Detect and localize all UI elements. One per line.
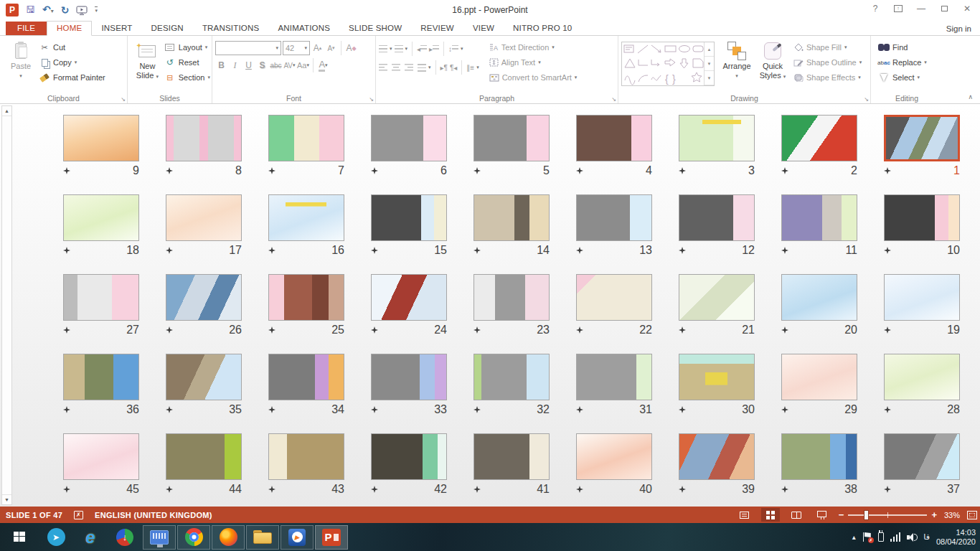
new-slide-button[interactable]: New Slide ▾ [131, 38, 164, 93]
slide-thumbnail[interactable] [268, 115, 344, 161]
tab-slide-show[interactable]: SLIDE SHOW [339, 22, 411, 35]
transition-star-icon[interactable] [576, 247, 583, 254]
spell-check-icon[interactable]: ✗ [74, 511, 83, 519]
clipboard-dialog-launcher-icon[interactable]: ↘ [121, 96, 126, 103]
transition-star-icon[interactable] [166, 167, 173, 174]
slide-thumbnail[interactable] [268, 194, 344, 241]
font-name-combobox[interactable]: ▾ [215, 41, 281, 55]
font-dialog-launcher-icon[interactable]: ↘ [369, 96, 374, 103]
increase-indent-icon[interactable]: ▸ [429, 45, 439, 53]
transition-star-icon[interactable] [576, 326, 583, 334]
transition-star-icon[interactable] [371, 167, 378, 174]
scroll-up-icon[interactable]: ▲ [2, 106, 11, 116]
transition-star-icon[interactable] [679, 247, 686, 254]
slide-thumbnail[interactable] [268, 433, 344, 480]
clear-formatting-button[interactable]: A◆ [345, 42, 357, 55]
tab-view[interactable]: VIEW [463, 22, 504, 35]
taskbar-telegram[interactable]: ➤ [39, 525, 72, 550]
transition-star-icon[interactable] [371, 247, 378, 254]
shapes-gallery[interactable]: { } ▲ ▼ ▼ [621, 42, 715, 86]
tab-nitro-pro[interactable]: NITRO PRO 10 [504, 22, 581, 35]
transition-star-icon[interactable] [268, 167, 275, 174]
align-center-icon[interactable] [392, 63, 402, 72]
slide-thumbnail[interactable] [371, 354, 447, 400]
transition-star-icon[interactable] [371, 486, 378, 493]
clock[interactable]: 14:03 08/04/2020 [936, 528, 976, 547]
justify-icon[interactable] [418, 64, 426, 72]
transition-star-icon[interactable] [63, 406, 70, 413]
transition-star-icon[interactable] [884, 486, 891, 493]
slide-thumbnail[interactable] [781, 115, 857, 161]
arrange-button[interactable]: Arrange▾ [719, 38, 755, 93]
volume-icon[interactable] [907, 533, 917, 542]
slide-thumbnail[interactable] [63, 354, 139, 400]
transition-star-icon[interactable] [166, 486, 173, 493]
transition-star-icon[interactable] [268, 326, 275, 334]
transition-star-icon[interactable] [576, 406, 583, 413]
shape-effects-button[interactable]: Shape Effects▾ [793, 71, 862, 84]
slide-thumbnail[interactable] [884, 115, 960, 161]
slide-thumbnail[interactable] [679, 354, 755, 400]
taskbar-chrome[interactable] [177, 525, 210, 550]
zoom-out-icon[interactable]: − [839, 509, 844, 520]
transition-star-icon[interactable] [679, 486, 686, 493]
columns-icon[interactable]: ∥≡ [466, 64, 474, 72]
strikethrough-button[interactable]: abc [270, 59, 282, 72]
slide-thumbnail[interactable] [473, 274, 550, 321]
convert-to-smartart-button[interactable]: Convert to SmartArt▾ [489, 71, 578, 84]
increase-font-size-button[interactable]: A▴ [311, 42, 324, 55]
transition-star-icon[interactable] [473, 167, 481, 174]
vertical-scrollbar[interactable]: ▲ ▼ [1, 105, 12, 505]
slide-thumbnail[interactable] [473, 433, 550, 480]
font-color-button[interactable]: A▾ [317, 59, 329, 72]
transition-star-icon[interactable] [884, 326, 891, 334]
transition-star-icon[interactable] [781, 486, 788, 493]
language-indicator[interactable]: ENGLISH (UNITED KINGDOM) [95, 511, 212, 519]
transition-star-icon[interactable] [884, 247, 891, 254]
slide-thumbnail[interactable] [166, 115, 242, 161]
tab-home[interactable]: HOME [47, 21, 92, 36]
transition-star-icon[interactable] [576, 486, 583, 493]
reading-view-button[interactable] [787, 508, 806, 522]
paragraph-dialog-launcher-icon[interactable]: ↘ [611, 96, 616, 103]
slide-thumbnail[interactable] [268, 354, 344, 400]
format-painter-button[interactable]: Format Painter [39, 71, 105, 84]
tab-review[interactable]: REVIEW [411, 22, 463, 35]
help-icon[interactable]: ? [865, 1, 885, 16]
shapes-scrollbar[interactable]: ▲ ▼ ▼ [704, 42, 714, 85]
tab-file[interactable]: FILE [6, 22, 47, 35]
slide-thumbnail[interactable] [884, 274, 960, 321]
transition-star-icon[interactable] [884, 167, 891, 174]
slide-thumbnail[interactable] [781, 433, 857, 480]
slide-thumbnail[interactable] [473, 115, 550, 161]
slide-thumbnail[interactable] [781, 354, 857, 400]
tab-animations[interactable]: ANIMATIONS [268, 22, 339, 35]
zoom-slider[interactable] [848, 514, 927, 516]
align-text-button[interactable]: Align Text▾ [489, 56, 578, 69]
zoom-percentage[interactable]: 33% [944, 511, 960, 519]
font-size-combobox[interactable]: 42▾ [283, 41, 310, 55]
slide-thumbnail[interactable] [679, 274, 755, 321]
transition-star-icon[interactable] [166, 406, 173, 413]
transition-star-icon[interactable] [371, 326, 378, 334]
slide-thumbnail[interactable] [63, 274, 139, 321]
slide-thumbnail[interactable] [781, 194, 857, 241]
transition-star-icon[interactable] [884, 406, 891, 413]
transition-star-icon[interactable] [473, 326, 481, 334]
cut-button[interactable]: ✂Cut [39, 41, 105, 54]
slide-thumbnail[interactable] [884, 354, 960, 400]
underline-button[interactable]: U [242, 59, 255, 72]
slide-thumbnail[interactable] [679, 115, 755, 161]
numbering-icon[interactable] [395, 45, 403, 53]
scroll-down-icon[interactable]: ▼ [2, 494, 11, 504]
taskbar-file-explorer[interactable] [246, 525, 279, 550]
line-spacing-icon[interactable]: ↕ [448, 45, 458, 53]
transition-star-icon[interactable] [371, 406, 378, 413]
slide-thumbnail[interactable] [576, 433, 652, 480]
slide-thumbnail[interactable] [576, 115, 652, 161]
slide-thumbnail[interactable] [166, 194, 242, 241]
fit-slide-to-window-icon[interactable] [967, 511, 977, 519]
tab-insert[interactable]: INSERT [92, 22, 141, 35]
shape-fill-button[interactable]: Shape Fill▾ [793, 41, 862, 54]
slide-thumbnail[interactable] [679, 433, 755, 480]
